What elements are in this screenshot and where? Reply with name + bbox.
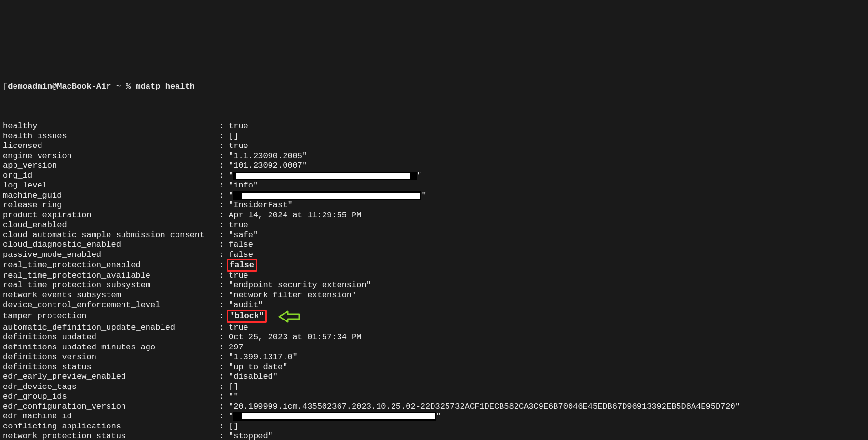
output-key: real_time_protection_subsystem	[3, 280, 219, 291]
output-value: true	[229, 271, 248, 281]
output-row: release_ring: "InsiderFast"	[3, 200, 865, 211]
separator: :	[219, 171, 229, 181]
output-value: ""	[229, 171, 421, 181]
prompt-suffix: ~ %	[111, 82, 136, 92]
output-row: passive_mode_enabled: false	[3, 250, 865, 260]
separator: :	[219, 132, 229, 142]
redaction-wrapper	[233, 172, 417, 180]
output-row: engine_version: "1.1.23090.2005"	[3, 151, 865, 161]
output-row: edr_device_tags: []	[3, 382, 865, 392]
output-value: []	[229, 132, 238, 142]
highlight-box: "block"	[227, 310, 267, 323]
redacted-bar	[242, 193, 420, 199]
output-key: edr_device_tags	[3, 382, 219, 392]
output-value: "safe"	[229, 230, 258, 240]
quote-close: "	[421, 191, 426, 201]
output-key: device_control_enforcement_level	[3, 300, 219, 310]
output-key: product_expiration	[3, 211, 219, 221]
output-key: machine_guid	[3, 191, 219, 201]
output-value: true	[229, 323, 248, 333]
output-key: definitions_version	[3, 352, 219, 362]
separator: :	[219, 161, 229, 171]
output-key: network_events_subsystem	[3, 291, 219, 301]
terminal-window[interactable]: [demoadmin@MacBook-Air ~ % mdatp health …	[0, 50, 868, 440]
separator: :	[219, 191, 229, 201]
separator: :	[219, 431, 229, 440]
output-key: org_id	[3, 171, 219, 181]
output-value: ""	[229, 412, 441, 422]
output-key: definitions_status	[3, 362, 219, 373]
output-key: edr_early_preview_enabled	[3, 372, 219, 382]
separator: :	[219, 271, 229, 281]
separator: :	[219, 362, 229, 373]
output-row: definitions_status: "up_to_date"	[3, 362, 865, 373]
output-value: false	[229, 240, 253, 250]
output-row: log_level: "info"	[3, 181, 865, 191]
output-row: health_issues: []	[3, 132, 865, 142]
separator: :	[219, 220, 229, 230]
separator: :	[219, 300, 229, 310]
output-key: edr_machine_id	[3, 412, 219, 422]
output-value: Apr 14, 2024 at 11:29:55 PM	[229, 211, 361, 221]
output-value: true	[229, 220, 248, 230]
prompt-user-host: demoadmin@MacBook-Air	[8, 82, 111, 92]
output-row: network_events_subsystem: "network_filte…	[3, 291, 865, 301]
command-line: [demoadmin@MacBook-Air ~ % mdatp health	[3, 82, 865, 92]
output-value: []	[229, 382, 238, 392]
output-key: network_protection_status	[3, 431, 219, 440]
output-value: Oct 25, 2023 at 01:57:34 PM	[229, 333, 361, 343]
output-key: definitions_updated	[3, 333, 219, 343]
output-key: edr_group_ids	[3, 392, 219, 402]
output-key: automatic_definition_update_enabled	[3, 323, 219, 333]
redacted-bar	[236, 173, 410, 179]
output-row: edr_early_preview_enabled: "disabled"	[3, 372, 865, 382]
separator: :	[219, 181, 229, 191]
output-key: licensed	[3, 141, 219, 151]
separator: :	[219, 352, 229, 362]
output-key: definitions_updated_minutes_ago	[3, 343, 219, 353]
output-row: conflicting_applications: []	[3, 422, 865, 432]
separator: :	[219, 291, 229, 301]
output-key: health_issues	[3, 132, 219, 142]
output-row: cloud_enabled: true	[3, 220, 865, 230]
quote-open: "	[229, 412, 233, 422]
output-value: "disabled"	[229, 372, 278, 382]
separator: :	[219, 323, 229, 333]
output-row: device_control_enforcement_level: "audit…	[3, 300, 865, 310]
entered-command: mdatp health	[136, 82, 194, 92]
redaction-wrapper	[233, 412, 436, 421]
output-row: tamper_protection: "block"	[3, 310, 865, 323]
output-rows: healthy: truehealth_issues: []licensed: …	[3, 121, 865, 440]
output-value: 297	[229, 343, 244, 353]
separator: :	[219, 392, 229, 402]
output-row: definitions_version: "1.399.1317.0"	[3, 352, 865, 362]
separator: :	[219, 280, 229, 291]
output-value: true	[229, 121, 248, 132]
separator: :	[219, 141, 229, 151]
output-row: edr_configuration_version: "20.199999.ic…	[3, 402, 865, 412]
output-key: conflicting_applications	[3, 422, 219, 432]
output-row: healthy: true	[3, 121, 865, 132]
output-row: machine_guid: ""	[3, 191, 865, 201]
output-value: ""	[229, 191, 426, 201]
separator: :	[219, 250, 229, 260]
output-row: real_time_protection_available: true	[3, 271, 865, 281]
output-row: real_time_protection_enabled: false	[3, 260, 865, 271]
output-row: definitions_updated: Oct 25, 2023 at 01:…	[3, 333, 865, 343]
separator: :	[219, 412, 229, 422]
output-value: "1.1.23090.2005"	[229, 151, 307, 161]
output-value: "audit"	[229, 300, 263, 310]
separator: :	[219, 343, 229, 353]
output-key: release_ring	[3, 200, 219, 211]
output-value: "network_filter_extension"	[229, 291, 356, 301]
separator: :	[219, 382, 229, 392]
separator: :	[219, 121, 229, 132]
output-key: healthy	[3, 121, 219, 132]
output-key: cloud_automatic_sample_submission_consen…	[3, 230, 219, 240]
separator: :	[219, 372, 229, 382]
output-value: ""	[229, 392, 238, 402]
separator: :	[219, 333, 229, 343]
output-key: engine_version	[3, 151, 219, 161]
output-row: cloud_diagnostic_enabled: false	[3, 240, 865, 250]
highlight-box: false	[227, 259, 257, 272]
